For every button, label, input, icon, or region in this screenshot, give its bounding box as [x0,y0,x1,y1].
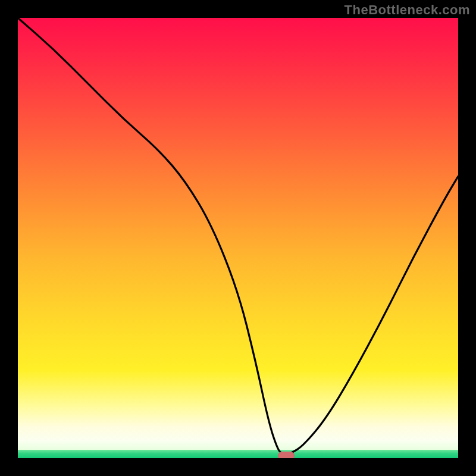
curve-svg [18,18,458,458]
chart-frame: TheBottleneck.com [0,0,476,476]
plot-area [18,18,458,458]
bottleneck-curve [18,18,458,454]
optimum-marker [278,452,295,458]
watermark-text: TheBottleneck.com [345,2,470,18]
